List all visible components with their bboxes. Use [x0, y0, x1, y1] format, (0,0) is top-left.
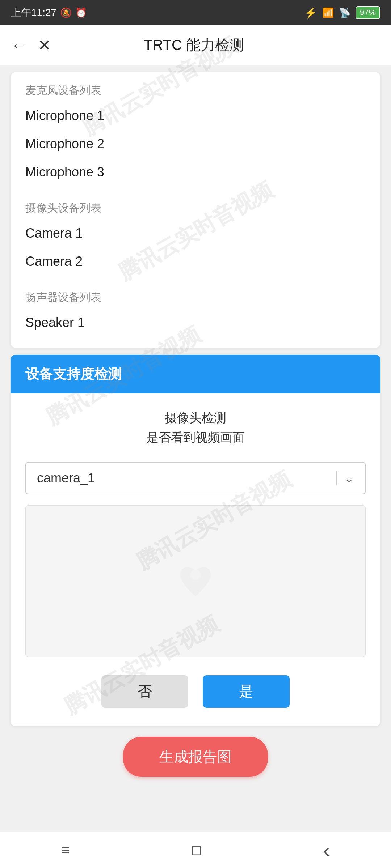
menu-icon[interactable]: ≡ — [61, 842, 70, 858]
camera-dropdown-value: camera_1 — [37, 471, 329, 486]
camera-section-label: 摄像头设备列表 — [25, 201, 366, 216]
battery-indicator: 97% — [356, 6, 380, 19]
section-body: 摄像头检测 是否看到视频画面 camera_1 ⌄ 否 是 — [11, 393, 380, 726]
page-title: TRTC 能力检测 — [51, 35, 337, 55]
list-item[interactable]: Microphone 3 — [25, 158, 366, 186]
microphone-section-label: 麦克风设备列表 — [25, 83, 366, 98]
home-icon[interactable]: □ — [192, 842, 201, 858]
yes-button[interactable]: 是 — [203, 675, 290, 708]
camera-dropdown[interactable]: camera_1 ⌄ — [25, 462, 366, 494]
back-button[interactable]: ← — [11, 36, 27, 54]
generate-report-container: 生成报告图 — [0, 737, 391, 777]
svg-point-0 — [190, 569, 201, 580]
status-bar: 上午11:27 🔕 ⏰ ⚡ 📶 📡 97% — [0, 0, 391, 25]
list-item[interactable]: Microphone 1 — [25, 102, 366, 130]
signal-icon: 📶 — [322, 7, 334, 18]
list-item[interactable]: Speaker 1 — [25, 309, 366, 337]
status-time: 上午11:27 — [11, 6, 56, 20]
back-nav-icon[interactable]: ‹ — [323, 839, 330, 861]
no-button[interactable]: 否 — [101, 675, 188, 708]
alarm-icon: ⏰ — [75, 7, 87, 18]
no-disturb-icon: 🔕 — [60, 7, 72, 18]
list-item[interactable]: Camera 2 — [25, 247, 366, 276]
video-preview-area — [25, 505, 366, 657]
bottom-navigation: ≡ □ ‹ — [0, 832, 391, 868]
list-item[interactable]: Microphone 2 — [25, 130, 366, 158]
close-button[interactable]: ✕ — [38, 36, 51, 54]
chevron-down-icon: ⌄ — [344, 471, 354, 485]
video-placeholder-icon — [174, 559, 217, 603]
device-support-card: 设备支持度检测 摄像头检测 是否看到视频画面 camera_1 ⌄ — [11, 355, 380, 726]
answer-buttons: 否 是 — [25, 675, 366, 708]
camera-check-description: 摄像头检测 是否看到视频画面 — [25, 408, 366, 447]
dropdown-divider — [336, 471, 337, 485]
list-item[interactable]: Camera 1 — [25, 219, 366, 247]
generate-report-button[interactable]: 生成报告图 — [123, 737, 268, 777]
navbar: ← ✕ TRTC 能力检测 — [0, 25, 391, 65]
section-header-title: 设备支持度检测 — [25, 365, 366, 383]
bluetooth-icon: ⚡ — [304, 7, 317, 19]
section-header: 设备支持度检测 — [11, 355, 380, 393]
device-list-card: 麦克风设备列表 Microphone 1 Microphone 2 Microp… — [11, 72, 380, 348]
wifi-icon: 📡 — [339, 7, 350, 18]
speaker-section-label: 扬声器设备列表 — [25, 290, 366, 305]
